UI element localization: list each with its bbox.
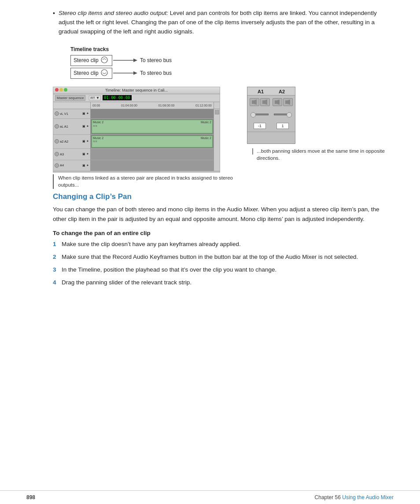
svg-marker-11 <box>265 99 267 105</box>
tl-a1-clip-icon: ≋≋ <box>93 124 211 127</box>
tl-a3-text: A3 <box>60 152 64 156</box>
tl-a2-clip-top: Music 2 <box>93 136 211 140</box>
tl-scrollbar-bottom[interactable] <box>53 171 220 173</box>
bullet-item: • Stereo clip items and stereo audio out… <box>53 9 394 37</box>
stereo-row-2: Stereo clip To stere <box>70 68 394 79</box>
list-item-2: 2 Make sure that the Record Audio Keyfra… <box>53 253 394 262</box>
tl-a3-icon <box>55 152 59 156</box>
svg-marker-2 <box>133 59 137 62</box>
tl-a4-track <box>91 160 214 171</box>
tl-ruler: 00:00 01:04:00:00 01:08:00:00 01:12:00:0… <box>91 102 214 109</box>
stereo-row-1: Stereo clip To stere <box>70 55 394 66</box>
amp-channel-1 <box>250 98 270 121</box>
stereo-clip-label-1: Stereo clip <box>74 57 99 63</box>
callout-right-line-icon <box>251 148 255 155</box>
tl-close-btn[interactable] <box>55 88 59 92</box>
svg-marker-13 <box>277 99 280 105</box>
list-number-1: 1 <box>53 240 62 249</box>
amp-btn-row-2 <box>273 98 293 106</box>
arrow-label-1: To stereo bus <box>140 57 172 63</box>
tl-maximize-btn[interactable] <box>64 88 67 92</box>
tl-a1-label: aL A1 ▣ ✦ <box>53 119 90 135</box>
arrow-line-1: To stereo bus <box>113 57 172 64</box>
tl-titlebar: Timeline: Master sequence in Cali... <box>53 87 220 94</box>
tl-timecode: 01:00:00:00 <box>103 95 132 100</box>
amp-slider-track-2[interactable] <box>274 114 291 115</box>
stereo-icon-2 <box>100 69 108 77</box>
list-number-4: 4 <box>53 278 62 287</box>
amp-mute-btn-2[interactable] <box>273 98 282 106</box>
bullet-section: • Stereo clip items and stereo audio out… <box>53 9 394 37</box>
footer-chapter-link: Using the Audio Mixer <box>342 494 394 500</box>
section-intro: You can change the pan of both stereo an… <box>53 205 394 224</box>
amp-ch-a1: A1 <box>258 89 264 94</box>
tl-minimize-btn[interactable] <box>59 88 63 92</box>
list-text-1: Make sure the clip doesn’t have any pan … <box>62 240 394 249</box>
tl-a4-text: A4 <box>60 163 64 167</box>
tl-master-seq: Master sequence <box>55 95 85 101</box>
amp-header: A1 A2 <box>247 87 295 96</box>
amp-slider-track-1[interactable] <box>251 114 269 115</box>
numbered-list: 1 Make sure the clip doesn’t have any pa… <box>53 240 394 287</box>
amp-solo-btn-2[interactable] <box>283 98 293 106</box>
footer-chapter-label: Chapter 56 <box>315 494 341 500</box>
amp-slider-thumb-2[interactable] <box>287 112 292 118</box>
callout-right-label: ...both panning sliders move at the same… <box>257 147 394 162</box>
ruler-t1: 01:04:00:00 <box>121 104 137 107</box>
bullet-label: Stereo clip items and stereo audio outpu… <box>59 10 168 16</box>
stereo-clip-label-2: Stereo clip <box>74 70 99 76</box>
list-text-4: Drag the panning slider of the relevant … <box>62 278 394 287</box>
amp-btn-row-1 <box>250 98 270 106</box>
amp-slider-area-2[interactable] <box>273 108 292 121</box>
stereo-box-1: Stereo clip <box>70 55 112 66</box>
svg-rect-10 <box>262 100 265 104</box>
tl-track-labels-header <box>53 102 91 109</box>
amp-channels <box>247 96 295 122</box>
amp-mute-btn-1[interactable] <box>250 98 259 106</box>
svg-marker-5 <box>133 71 137 75</box>
svg-rect-7 <box>67 172 85 173</box>
arrow-line-2: To stereo bus <box>113 70 172 77</box>
svg-marker-9 <box>254 99 257 105</box>
ruler-t0: 00:00 <box>92 104 100 107</box>
audio-mixer-area: A1 A2 <box>247 87 394 162</box>
tl-scrollbar-right[interactable] <box>214 109 220 171</box>
callout-left-text: When clip items linked as a stereo pair … <box>53 174 236 189</box>
tl-a3-btns: ▣ ✦ <box>82 152 89 156</box>
callout-left-label: When clip items linked as a stereo pair … <box>58 175 233 188</box>
tl-a2-text: a2 A2 <box>60 140 68 143</box>
screenshot-composite-row: Timeline: Master sequence in Cali... Mas… <box>53 87 394 189</box>
tl-a1-clip: Music 2 ≋≋ Music 2 <box>92 120 213 133</box>
tl-scroll-up[interactable] <box>215 110 219 114</box>
amp-bottom-bar <box>247 132 295 139</box>
tl-a2-clip: Music 2 ≋≋ Music 2 <box>92 136 213 147</box>
svg-marker-15 <box>287 99 290 105</box>
tl-a2-btns: ▣ ✦ <box>82 140 89 143</box>
tl-scrollbar-right-top <box>214 102 220 109</box>
bullet-dot: • <box>53 10 55 17</box>
tl-a1-track: Music 2 ≋≋ Music 2 <box>91 119 214 135</box>
tl-a4-label: A4 ▣ ✦ <box>53 160 90 171</box>
amp-channel-2 <box>273 98 293 121</box>
section-heading: Changing a Clip’s Pan <box>53 192 394 201</box>
list-number-2: 2 <box>53 253 62 262</box>
footer-page-number: 898 <box>26 494 35 500</box>
stereo-box-2: Stereo clip <box>70 68 112 79</box>
callout-right-text: ...both panning sliders move at the same… <box>247 147 394 162</box>
timeline-diagram-heading: Timeline tracks <box>70 46 394 52</box>
amp-slider-thumb-1[interactable] <box>251 112 256 118</box>
stereo-icon-1 <box>100 56 108 65</box>
tl-a3-track <box>91 149 214 160</box>
tl-a2-clip-bottom: Music 2 <box>201 136 211 140</box>
tl-a2-clip-icon: ≋≋ <box>93 140 211 143</box>
tl-toolbar: Master sequence RT ▼ 01:00:00:00 <box>53 94 220 102</box>
arrow-label-2: To stereo bus <box>140 70 172 76</box>
svg-point-0 <box>101 57 107 63</box>
amp-ch-a2: A2 <box>279 89 285 94</box>
amp-slider-area-1[interactable] <box>250 108 269 121</box>
tl-v1-btns: ▣ ✦ <box>82 112 89 115</box>
tl-a1-clip-bottom: Music 2 <box>201 121 211 124</box>
amp-solo-btn-1[interactable] <box>260 98 270 106</box>
list-item-3: 3 In the Timeline, position the playhead… <box>53 265 394 275</box>
stereo-rows: Stereo clip To stere <box>70 55 394 79</box>
